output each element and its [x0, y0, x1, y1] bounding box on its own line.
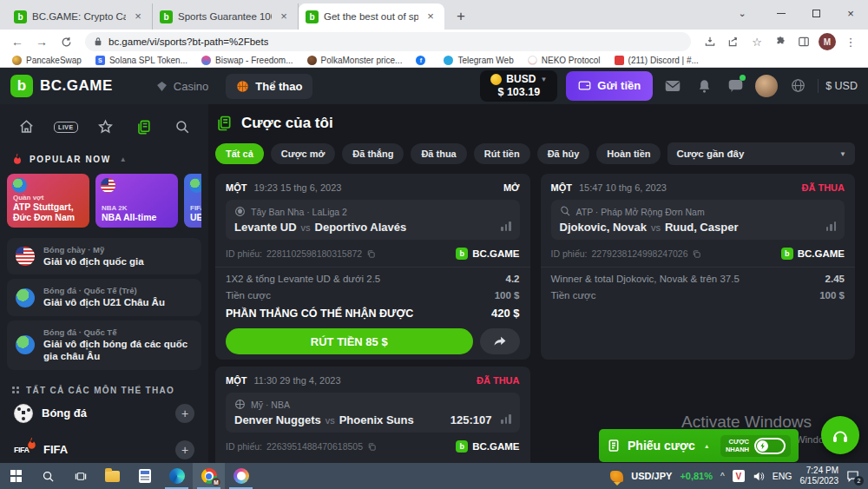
antivirus-tray-icon[interactable]: V	[733, 470, 745, 482]
expand-plus-button[interactable]: +	[175, 440, 194, 459]
bookmark-discord[interactable]: (211) Discord | #...	[615, 56, 699, 65]
close-tab-icon[interactable]: ×	[131, 10, 145, 23]
league-item-u21[interactable]: Bóng đá · Quốc Tế (Trẻ) Giải vô địch U21…	[7, 279, 201, 315]
filter-cancelled[interactable]: Đã hủy	[537, 143, 590, 164]
filter-refund[interactable]: Hoàn tiền	[596, 143, 661, 164]
bookmark-solana[interactable]: SSolana SPL Token...	[95, 56, 187, 65]
bell-icon[interactable]	[693, 75, 715, 97]
mail-icon[interactable]	[661, 75, 684, 97]
match-box[interactable]: Mỹ · NBA Denver Nuggets vs Phoenix Suns …	[226, 393, 520, 433]
reload-icon[interactable]	[56, 31, 76, 52]
filter-cashout[interactable]: Rút tiền	[474, 143, 530, 164]
nav-casino[interactable]: Casino	[146, 74, 219, 99]
sort-dropdown[interactable]: Cược gần đây ▼	[667, 142, 855, 165]
stats-icon[interactable]	[501, 221, 511, 231]
user-avatar[interactable]	[755, 75, 778, 97]
bookmark-telegram[interactable]: Telegram Web	[444, 56, 513, 65]
close-tab-icon[interactable]: ×	[424, 10, 437, 23]
match-box[interactable]: Tây Ban Nha · LaLiga 2 Levante UD vs Dep…	[226, 200, 520, 240]
bookmark-biswap[interactable]: Biswap - Freedom...	[201, 56, 293, 65]
live-icon[interactable]: LIVE	[54, 122, 78, 133]
menu-kebab-icon[interactable]: ⋮	[840, 31, 861, 52]
tab-bcgame-casino[interactable]: b BC.GAME: Crypto Casino Games ×	[7, 3, 153, 30]
collapse-up-icon[interactable]: ▲	[120, 155, 128, 163]
search-icon[interactable]	[172, 116, 193, 137]
copy-icon[interactable]	[692, 249, 701, 259]
currency-pair[interactable]: USD/JPY	[631, 471, 672, 481]
deposit-button[interactable]: Gửi tiền	[566, 71, 653, 101]
maximize-button[interactable]	[799, 0, 833, 26]
stats-icon[interactable]	[826, 221, 837, 231]
new-tab-button[interactable]: +	[450, 5, 472, 28]
ticker-app-icon[interactable]	[610, 471, 623, 482]
bookmark-neko[interactable]: NEKO Protocol	[528, 56, 601, 65]
popular-card-nba[interactable]: NBA 2K NBA All-time	[95, 174, 178, 228]
fiat-currency[interactable]: $ USD	[818, 79, 858, 93]
filter-open[interactable]: Cược mở	[271, 143, 336, 164]
support-headset-button[interactable]	[821, 416, 859, 454]
stats-icon[interactable]	[501, 414, 511, 424]
filter-all[interactable]: Tất cả	[215, 143, 264, 164]
url-bar[interactable]: bc.game/vi/sports?bt-path=%2Fbets	[85, 32, 691, 51]
copy-icon[interactable]	[367, 442, 377, 452]
match-box[interactable]: ATP · Pháp Mở Rộng Đơn Nam Djokovic, Nov…	[551, 200, 845, 240]
share-bet-button[interactable]	[480, 328, 520, 354]
browser-profile-avatar[interactable]: M	[817, 31, 838, 52]
task-view-button[interactable]	[64, 463, 96, 489]
quick-bet-toggle[interactable]	[754, 438, 786, 454]
speaker-icon[interactable]	[753, 471, 765, 482]
minimize-button[interactable]	[764, 0, 799, 26]
edge-button[interactable]	[161, 463, 193, 489]
wallet-balance[interactable]: BUSD▼ $ 103.19	[480, 70, 557, 101]
bet-card-nba[interactable]: MỘT 11:30 29 thg 4, 2023 ĐÃ THUA Mỹ · NB…	[215, 367, 530, 463]
expand-plus-button[interactable]: +	[175, 404, 194, 423]
betslip-bar[interactable]: Phiếu cược ▲ CƯỢCNHANH	[599, 429, 799, 462]
league-item-mlb[interactable]: Bóng chày · Mỹ Giải vô địch quốc gia	[7, 238, 201, 274]
tray-chevron-icon[interactable]: ^	[720, 472, 725, 481]
tab-search-chevron-icon[interactable]: ⌄	[729, 0, 755, 26]
file-explorer-button[interactable]	[96, 463, 128, 489]
start-button[interactable]	[0, 463, 32, 489]
language-indicator[interactable]: ENG	[773, 471, 792, 481]
status-badge: ĐÃ THUA	[477, 375, 520, 386]
nav-sports[interactable]: Thể thao	[226, 74, 312, 99]
sidebar-item-fifa[interactable]: FIFA FIFA +	[7, 432, 201, 464]
popular-card-atp[interactable]: Quần vợt ATP Stuttgart, Đức Đơn Nam	[7, 174, 89, 228]
close-window-button[interactable]: ×	[833, 0, 868, 26]
favorites-star-icon[interactable]	[95, 116, 116, 137]
install-icon[interactable]	[700, 31, 720, 52]
bookmark-pancakeswap[interactable]: PancakeSwap	[12, 56, 82, 65]
home-icon[interactable]	[16, 116, 36, 137]
chrome-button[interactable]: M	[193, 463, 225, 489]
taskbar-search-button[interactable]	[32, 463, 64, 489]
language-globe-icon[interactable]	[786, 75, 809, 97]
bookmark-polkamonster[interactable]: PolkaMonster price...	[307, 56, 403, 65]
filter-lost[interactable]: Đã thua	[411, 143, 466, 164]
action-center-button[interactable]: 2	[846, 470, 859, 482]
my-bets-slip-icon[interactable]	[134, 116, 155, 137]
close-tab-icon[interactable]: ×	[277, 10, 291, 23]
bookmark-star-icon[interactable]: ☆	[746, 31, 767, 52]
copy-icon[interactable]	[366, 249, 376, 259]
popular-card-uefa[interactable]: FIFA UEFA Leag	[184, 174, 201, 228]
bookmark-facebook[interactable]: f	[416, 56, 430, 65]
sidebar-item-football[interactable]: Bóng đá +	[7, 395, 201, 432]
back-icon[interactable]: ←	[7, 31, 28, 52]
filter-won[interactable]: Đã thắng	[342, 143, 404, 164]
side-panel-icon[interactable]	[793, 31, 814, 52]
tab-sports-betting-active[interactable]: b Get the best out of sports bettin ×	[299, 3, 444, 30]
paint-button[interactable]	[225, 463, 257, 489]
taskbar-clock[interactable]: 7:24 PM 6/15/2023	[800, 466, 839, 487]
tab-sports-guarantee[interactable]: b Sports Guarantee 100% Cashbac ×	[153, 3, 299, 30]
extensions-icon[interactable]	[770, 31, 791, 52]
league-item-nations[interactable]: Bóng đá · Quốc Tế Giải vô địch bóng đá c…	[7, 320, 201, 370]
bet-card-laliga[interactable]: MỘT 19:23 15 thg 6, 2023 MỞ Tây Ban Nha …	[215, 174, 530, 360]
wordpad-button[interactable]	[128, 463, 161, 489]
chat-icon[interactable]	[724, 75, 746, 97]
popular-now-header[interactable]: POPULAR NOW ▲	[12, 153, 196, 165]
cashout-button[interactable]: RÚT TIỀN 85 $	[226, 328, 473, 354]
bet-card-atp[interactable]: MỘT 15:47 10 thg 6, 2023 ĐÃ THUA ATP · P…	[541, 174, 856, 360]
share-icon[interactable]	[723, 31, 744, 52]
bcgame-logo[interactable]: b BC.GAME	[10, 75, 113, 97]
forward-icon[interactable]: →	[31, 31, 52, 52]
